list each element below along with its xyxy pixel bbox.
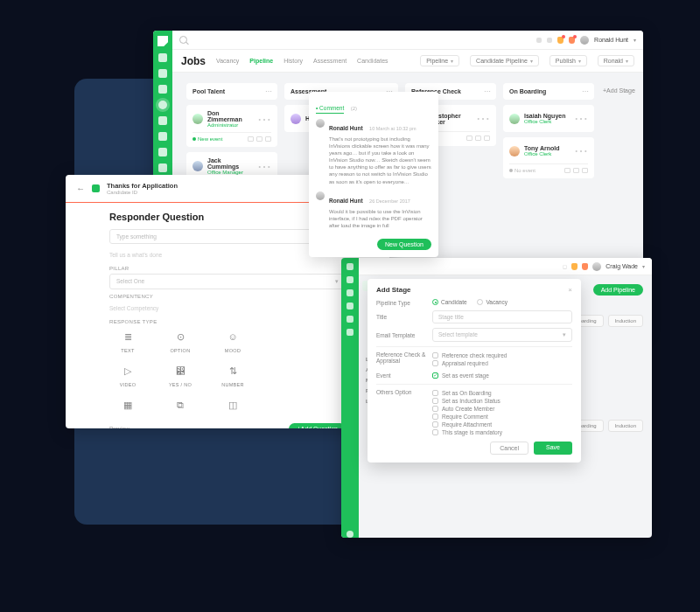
checkbox-appraisal[interactable]: Appraisal required: [432, 359, 572, 367]
candidate-card[interactable]: Tony Arnold Office Clerk ⋯ No event: [503, 137, 594, 178]
notification-icon[interactable]: [557, 37, 564, 44]
type-option[interactable]: ⊙OPTION: [162, 328, 199, 353]
type-mood[interactable]: ☺MOOD: [214, 328, 251, 353]
nav-icon[interactable]: [158, 163, 167, 172]
filter-pipeline[interactable]: Pipeline: [420, 55, 459, 66]
radio-vacancy[interactable]: Vacancy: [477, 299, 507, 305]
card-actions[interactable]: [248, 136, 271, 142]
cancel-button[interactable]: Cancel: [490, 442, 528, 455]
filter-candidate-pipeline[interactable]: Candidate Pipeline: [470, 55, 539, 66]
nav-icon[interactable]: [346, 263, 354, 270]
nav-icon[interactable]: [158, 69, 167, 78]
checkbox-induction-status[interactable]: Set as Induction Status: [432, 397, 572, 405]
candidate-role: Office Clerk: [524, 119, 565, 124]
competency-select[interactable]: Select Competency: [109, 302, 346, 315]
avatar[interactable]: [592, 262, 601, 271]
nav-icon[interactable]: [346, 276, 354, 283]
card-menu-icon[interactable]: ⋯: [257, 111, 271, 128]
comment-item: Ronald Hunt 10 March at 10:32 pm That's …: [316, 118, 431, 185]
column-menu-icon[interactable]: ⋯: [484, 87, 490, 95]
back-icon[interactable]: ←: [76, 184, 85, 193]
checkbox-auto-create-member[interactable]: Auto Create Member: [432, 405, 572, 413]
filter-publish[interactable]: Publish: [550, 55, 587, 66]
tab-assessment[interactable]: Assessment: [313, 58, 346, 64]
column-menu-icon[interactable]: ⋯: [582, 87, 588, 95]
type-number[interactable]: ⇅NUMBER: [214, 362, 251, 387]
pillar-label: PILLAR: [109, 266, 346, 271]
add-stage-modal: Add Stage × Pipeline Type Candidate Vaca…: [368, 279, 581, 462]
tab-candidates[interactable]: Candidates: [357, 58, 388, 64]
close-icon[interactable]: ×: [568, 286, 572, 294]
nav-icon-active[interactable]: [158, 101, 167, 109]
card-menu-icon[interactable]: ⋯: [574, 110, 588, 127]
type-video[interactable]: ▷VIDEO: [109, 362, 146, 387]
settings-icon[interactable]: [346, 531, 354, 538]
tab-history[interactable]: History: [284, 58, 303, 64]
nav-icon[interactable]: [346, 303, 354, 309]
number-icon: ⇅: [223, 362, 242, 379]
topbar-icon[interactable]: ◻: [563, 263, 567, 269]
nav-icon[interactable]: [158, 148, 167, 156]
stage-title-input[interactable]: Stage title: [432, 310, 572, 323]
checkbox-require-attachment[interactable]: Require Attachment: [432, 421, 572, 428]
avatar-icon: [290, 114, 301, 124]
nav-icon[interactable]: [158, 85, 167, 94]
column-menu-icon[interactable]: ⋯: [265, 87, 271, 95]
nav-icon[interactable]: [158, 116, 167, 125]
type-extra[interactable]: ⧉: [162, 396, 199, 416]
nav-icon[interactable]: [346, 316, 354, 323]
radio-candidate[interactable]: Candidate: [432, 299, 467, 305]
popover-tab-comment[interactable]: • Comment: [316, 105, 344, 114]
checkbox-require-comment[interactable]: Require Comment: [432, 413, 572, 421]
topbar-icon[interactable]: [547, 38, 552, 43]
type-extra[interactable]: ▦: [109, 396, 146, 416]
add-pipeline-button[interactable]: Add Pipeline: [593, 284, 643, 296]
chevron-down-icon[interactable]: ▾: [642, 263, 645, 269]
stage-chip[interactable]: Induction: [608, 315, 643, 327]
avatar-icon: [316, 191, 325, 200]
candidate-name: Don Zimmerman: [207, 110, 253, 122]
add-question-button[interactable]: +Add Question: [289, 423, 346, 428]
card-menu-icon[interactable]: ⋯: [476, 110, 490, 127]
filter-user[interactable]: Ronald: [598, 55, 634, 66]
card-actions[interactable]: [564, 168, 588, 173]
card-menu-icon[interactable]: ⋯: [257, 158, 271, 175]
checkbox-on-boarding[interactable]: Set as On Boarding: [432, 389, 572, 397]
avatar[interactable]: [580, 36, 589, 45]
search-icon[interactable]: [179, 36, 187, 44]
candidate-card[interactable]: Isaiah Nguyen Office Clerk ⋯: [503, 105, 594, 132]
app-logo-icon: [158, 36, 168, 46]
preview-link[interactable]: Preview: [109, 426, 130, 428]
checkbox-reference-check[interactable]: Reference check required: [432, 351, 572, 359]
chevron-down-icon[interactable]: ▾: [634, 37, 636, 43]
save-button[interactable]: Save: [534, 442, 572, 455]
comment-time: 10 March at 10:32 pm: [369, 126, 416, 131]
nav-icon[interactable]: [158, 53, 167, 62]
card-menu-icon[interactable]: ⋯: [574, 143, 588, 159]
candidate-role: Administrator: [207, 122, 253, 128]
checkbox-mandatory[interactable]: This stage is mandatory: [432, 428, 572, 436]
pillar-select[interactable]: Select One▾: [109, 274, 346, 289]
reference-check-label: Reference Check & Appraisal: [376, 351, 432, 364]
email-template-label: Email Template: [376, 332, 432, 338]
checkbox-event-stage[interactable]: Set as event stage: [432, 372, 572, 379]
nav-icon[interactable]: [346, 289, 354, 296]
type-yes-no[interactable]: ⵵YES / NO: [162, 362, 199, 387]
message-icon[interactable]: [582, 263, 588, 270]
email-template-select[interactable]: Select template▾: [432, 328, 572, 342]
topbar-icon[interactable]: [536, 38, 542, 43]
stage-chip[interactable]: Induction: [608, 420, 643, 432]
type-text[interactable]: ≣TEXT: [109, 328, 146, 353]
nav-icon[interactable]: [158, 132, 167, 141]
notification-icon[interactable]: [571, 263, 578, 270]
tab-vacancy[interactable]: Vacancy: [216, 58, 239, 64]
candidate-name: Jack Cummings: [207, 157, 253, 170]
message-icon[interactable]: [569, 37, 575, 44]
new-question-button[interactable]: New Question: [377, 239, 431, 250]
type-extra[interactable]: ◫: [214, 396, 251, 416]
card-actions[interactable]: [466, 136, 490, 141]
modal-subtitle: Candidate ID: [107, 190, 178, 195]
candidate-card[interactable]: Don Zimmerman Administrator ⋯ New event: [186, 105, 277, 147]
tab-pipeline[interactable]: Pipeline: [249, 58, 273, 64]
nav-icon[interactable]: [346, 329, 354, 336]
